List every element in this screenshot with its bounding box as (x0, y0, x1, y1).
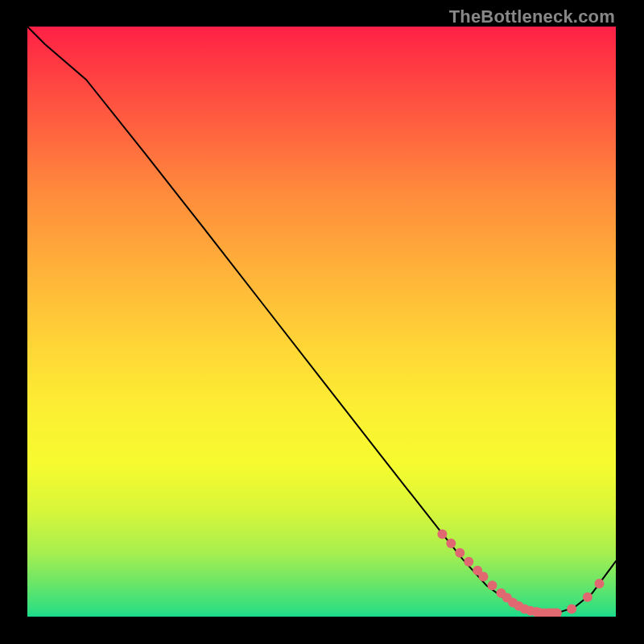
gradient-plot-area (27, 27, 616, 617)
chart-frame: TheBottleneck.com (0, 0, 644, 644)
watermark-label: TheBottleneck.com (449, 6, 615, 27)
